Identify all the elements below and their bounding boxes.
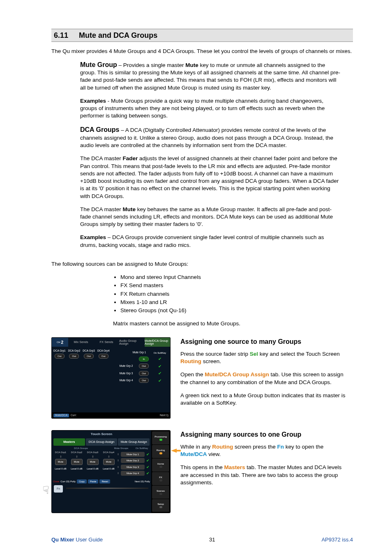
tab-mute-group-assign[interactable]: Mute Group Assign — [118, 438, 150, 446]
close-button[interactable]: Close — [53, 480, 59, 483]
mute-group-para: Mute Group – Provides a single master Mu… — [80, 60, 341, 92]
mute-master-2[interactable]: ⇕Mute Grp 2✔ — [117, 458, 150, 463]
assign-one-p2: Open the Mute/DCA Group Assign tab. Use … — [180, 371, 349, 386]
mute-master-1[interactable]: ⇕Mute Grp 1✔ — [117, 452, 150, 457]
sources-list: Mono and stereo Input Channels FX Send m… — [113, 274, 353, 314]
mute-grp-2[interactable]: Mute Grp 2 Out ✔ — [115, 364, 168, 369]
assign-many-title: Assigning many sources to one Group — [180, 430, 349, 439]
mute-grp-3[interactable]: Mute Grp 3 Out ✔ — [115, 371, 168, 376]
intro-paragraph: The Qu mixer provides 4 Mute Groups and … — [51, 48, 353, 55]
dca-groups-para3: The DCA master Mute key behaves the same… — [80, 206, 341, 228]
hand-pointer-icon: ☞ — [41, 485, 53, 497]
setup-button[interactable]: Setup — [152, 499, 169, 512]
dca-grp2[interactable]: DCA Grp2Out — [68, 349, 81, 385]
section-heading: 6.11 Mute and DCA Groups — [51, 29, 353, 42]
mute-group-examples: Examples - Mute Groups provide a quick w… — [80, 97, 341, 120]
list-item: Mono and stereo Input Channels — [120, 274, 353, 281]
processing-button[interactable]: Processing — [152, 431, 169, 444]
fx-button[interactable]: FX — [152, 472, 169, 485]
screenshot-mute-dca-assign: CH2 Mix Sends FX Sends Audio Group Assig… — [51, 337, 171, 419]
dca-master-1[interactable]: DCA Grp1⇕ Mute Level 0 dB — [53, 451, 68, 477]
copy-button[interactable]: Copy — [77, 479, 87, 484]
dca-groups-examples: Examples – DCA Groups provide convenient… — [80, 234, 341, 249]
fn-button[interactable]: Fn — [54, 485, 63, 493]
doc-ref: AP9372 iss.4 — [321, 536, 353, 543]
mute-grp-1[interactable]: In ✔ — [115, 356, 168, 362]
dca-master-3[interactable]: DCA Grp3⇕ Mute Level 0 dB — [85, 451, 100, 477]
assign-many-p2: This opens in the Masters tab. The maste… — [180, 464, 349, 486]
mute-grp-4[interactable]: Mute Grp 4 Out ✔ — [115, 378, 168, 384]
list-item: FX Send masters — [120, 282, 353, 289]
section-number: 6.11 — [54, 30, 77, 40]
list-item: FX Return channels — [120, 290, 353, 298]
dca-grp1[interactable]: DCA Grp1Out — [53, 349, 66, 385]
sources-lead: The following sources can be assigned to… — [51, 260, 353, 268]
mock2-bottom-bar: Close Curr:15) Polly Copy Paste Reset Ne… — [53, 479, 150, 484]
tab-audio-group[interactable]: Audio Group Assign — [119, 338, 145, 347]
home-button[interactable]: Home — [152, 458, 169, 472]
tab-mute-dca-group[interactable]: Mute/DCA Group Assign — [145, 338, 170, 347]
dca-groups-para1: DCA Groups – A DCA (Digitally Controlled… — [80, 125, 341, 149]
reset-button[interactable]: Reset — [99, 479, 110, 484]
assign-one-p3: A green tick next to a Mute Group button… — [180, 392, 349, 407]
assign-one-p1: Press the source fader strip Sel key and… — [180, 350, 349, 365]
page-number: 31 — [209, 536, 215, 543]
dca-grp4[interactable]: DCA Grp4Out — [97, 349, 110, 385]
matrix-note: Matrix masters cannot be assigned to Mut… — [113, 320, 353, 327]
dca-groups-para2: The DCA master Fader adjusts the level o… — [80, 155, 341, 200]
assign-one-title: Assigning one source to many Groups — [180, 337, 349, 346]
dca-master-4[interactable]: DCA Grp4⇕ Mute Level 0 dB — [101, 451, 116, 477]
list-item: Stereo Groups (not Qu-16) — [120, 307, 353, 314]
dca-grp3[interactable]: DCA Grp3Out — [83, 349, 95, 385]
page-footer: Qu Mixer User Guide 31 AP9372 iss.4 — [51, 536, 353, 543]
scenes-button[interactable]: Scenes — [152, 486, 169, 499]
screenshot-masters-view: Touch Screen Masters DCA Group Assign Mu… — [51, 430, 171, 513]
mock1-footer: Mute/DCA Curr: Next:1) — [52, 412, 170, 418]
tab-masters[interactable]: Masters — [53, 438, 85, 446]
arrow-icon — [171, 449, 177, 453]
mute-master-4[interactable]: ⇕Mute Grp 4✔ — [117, 471, 150, 476]
routing-button[interactable]: Routing — [152, 445, 169, 458]
section-title: Mute and DCA Groups — [79, 31, 157, 39]
paste-button[interactable]: Paste — [88, 479, 98, 484]
tab-fx-sends[interactable]: FX Sends — [94, 338, 119, 347]
tab-dca-group-assign[interactable]: DCA Group Assign — [86, 438, 118, 446]
list-item: Mixes 1-10 and LR — [120, 299, 353, 306]
mute-group-heading: Mute Group — [80, 61, 117, 68]
channel-indicator: CH2 — [52, 338, 68, 347]
assign-many-p1: While in any Routing screen press the Fn… — [180, 443, 349, 458]
mute-master-3[interactable]: ⇕Mute Grp 3✔ — [117, 465, 150, 470]
dca-master-2[interactable]: DCA Grp2⇕ Mute Level 0 dB — [69, 451, 84, 477]
tab-mix-sends[interactable]: Mix Sends — [68, 338, 94, 347]
dca-groups-heading: DCA Groups — [80, 126, 119, 133]
